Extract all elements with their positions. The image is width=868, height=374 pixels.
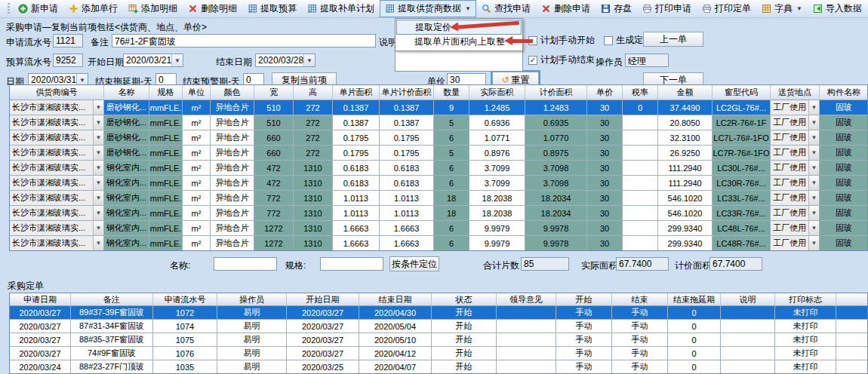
- toolbar-button-print-order[interactable]: 打印定单: [697, 0, 756, 17]
- cell[interactable]: m²: [183, 206, 211, 221]
- cell[interactable]: 易明: [217, 320, 287, 333]
- cell[interactable]: 开始: [432, 333, 497, 347]
- locate-name-input[interactable]: [214, 257, 277, 271]
- chevron-down-icon[interactable]: ▼: [303, 54, 315, 66]
- cell[interactable]: 0.6935: [525, 115, 587, 130]
- cell[interactable]: 固玻: [820, 146, 868, 161]
- cell[interactable]: 299.9340: [658, 236, 713, 251]
- cell[interactable]: [497, 333, 556, 347]
- cell[interactable]: 异地合片: [211, 115, 254, 130]
- cell[interactable]: 89#37-39F窗固玻: [71, 306, 153, 320]
- cell[interactable]: 2020/03/27: [10, 333, 71, 347]
- cell[interactable]: 6: [434, 176, 469, 191]
- cell[interactable]: 660: [254, 130, 294, 146]
- cell[interactable]: 2020/03/27: [10, 347, 71, 360]
- cell[interactable]: 30: [587, 176, 623, 191]
- cell[interactable]: 0: [668, 360, 721, 374]
- chevron-down-icon[interactable]: ▼: [808, 130, 819, 145]
- chevron-down-icon[interactable]: ▼: [93, 130, 103, 145]
- detail-row[interactable]: 长沙市潇湘玻璃实...▼钢化室内...6mmFLE...m²异地合片472131…: [10, 176, 867, 191]
- cell[interactable]: LC30R-76#...: [713, 176, 771, 191]
- cell[interactable]: 手动: [556, 347, 612, 360]
- cell[interactable]: 钢化室内...: [104, 161, 149, 176]
- toolbar-button-print-request[interactable]: 打印申请: [637, 0, 697, 17]
- cell[interactable]: 2020/04/30: [359, 306, 432, 320]
- cell[interactable]: 2020/04/07: [359, 360, 432, 374]
- cell[interactable]: 6mmFLE...: [149, 191, 183, 206]
- cell[interactable]: 手动: [556, 360, 612, 374]
- detail-row[interactable]: 长沙市潇湘玻璃实...▼磨砂钢化...6mmFLE...m²异地合片660272…: [10, 130, 867, 146]
- cell[interactable]: 6mmFLE...: [149, 146, 183, 161]
- cell-dropdown[interactable]: 长沙市潇湘玻璃实...▼: [10, 130, 104, 146]
- cell[interactable]: 3.7098: [525, 176, 587, 191]
- cell[interactable]: 6mmFLE...: [149, 130, 183, 146]
- chevron-down-icon[interactable]: ▼: [93, 206, 103, 220]
- cell[interactable]: 1035: [153, 360, 217, 374]
- cell[interactable]: 异地合片: [211, 161, 254, 176]
- cell[interactable]: 18.2034: [525, 191, 587, 206]
- order-row[interactable]: 2020/03/2788#35-37F窗固玻1075易明2020/03/2720…: [10, 333, 867, 347]
- cell[interactable]: [497, 347, 556, 360]
- cell[interactable]: LC7R-76#-1FO: [713, 146, 771, 161]
- cell[interactable]: 772: [254, 191, 294, 206]
- detail-row[interactable]: 长沙市潇湘玻璃实...▼钢化室内...6mmFLE...m²异地合片772131…: [10, 206, 867, 221]
- cell[interactable]: 开始: [432, 306, 497, 320]
- detail-row[interactable]: 长沙市潇湘玻璃实...▼磨砂钢化...6mmFLE...m²异地合片510272…: [10, 100, 867, 115]
- operator-field[interactable]: 经理: [625, 54, 669, 67]
- cell[interactable]: [721, 306, 775, 320]
- cell[interactable]: 1.0113: [380, 206, 434, 221]
- cell[interactable]: 32.3100: [658, 130, 713, 146]
- chevron-down-icon[interactable]: ▼: [93, 146, 103, 160]
- cell[interactable]: 1074: [153, 320, 217, 333]
- cell[interactable]: 0: [668, 306, 721, 320]
- checkbox-checked-icon[interactable]: ✓: [528, 56, 537, 65]
- chevron-down-icon[interactable]: ▼: [808, 115, 819, 130]
- cell[interactable]: 0.6183: [380, 161, 434, 176]
- cell[interactable]: 1.0771: [469, 130, 525, 146]
- detail-row[interactable]: 长沙市潇湘玻璃实...▼钢化室内...6mmFLE...m²异地合片127213…: [10, 221, 867, 236]
- cell[interactable]: 2020/03/27: [287, 320, 359, 333]
- cell[interactable]: 手动: [612, 347, 668, 360]
- cell[interactable]: 6mmFLE...: [149, 115, 183, 130]
- toolbar-button-delete-request[interactable]: 删除申请: [536, 0, 596, 17]
- menu-item-round-up-piece-area[interactable]: 提取单片面积向上取整: [396, 35, 522, 50]
- cell[interactable]: 固玻: [820, 191, 868, 206]
- cell[interactable]: 1.0113: [380, 191, 434, 206]
- cell[interactable]: 9.9979: [469, 236, 525, 251]
- cell[interactable]: 未打印: [775, 360, 836, 374]
- chevron-down-icon[interactable]: ▼: [808, 161, 819, 175]
- cell[interactable]: 磨砂钢化...: [104, 130, 149, 146]
- cell[interactable]: 钢化室内...: [104, 221, 149, 236]
- cell[interactable]: 472: [254, 161, 294, 176]
- cell[interactable]: 88#23-27F门顶玻: [71, 360, 153, 374]
- order-row[interactable]: 2020/03/2774#9F窗固玻1076易明2020/03/272020/0…: [10, 347, 867, 360]
- cell[interactable]: 30: [587, 236, 623, 251]
- cell[interactable]: 9.9978: [525, 221, 587, 236]
- cell[interactable]: 固玻: [820, 115, 868, 130]
- cell[interactable]: 固玻: [820, 236, 868, 251]
- apply-no-field[interactable]: 1121: [53, 34, 83, 48]
- cell[interactable]: 18.2034: [525, 206, 587, 221]
- cell[interactable]: [721, 360, 775, 374]
- cell[interactable]: 6: [434, 161, 469, 176]
- cell[interactable]: 6mmFLE...: [149, 236, 183, 251]
- cell[interactable]: 1072: [153, 306, 217, 320]
- cell[interactable]: 固玻: [820, 161, 868, 176]
- cell[interactable]: 固玻: [820, 100, 868, 115]
- cell[interactable]: 1076: [153, 347, 217, 360]
- cell[interactable]: LC2GL-76#...: [713, 100, 771, 115]
- cell[interactable]: LC33L-76#...: [713, 191, 771, 206]
- cell[interactable]: 1310: [294, 221, 333, 236]
- chevron-down-icon[interactable]: ▼: [808, 191, 819, 205]
- chevron-down-icon[interactable]: ▼: [808, 146, 819, 160]
- cell[interactable]: 30: [587, 191, 623, 206]
- toolbar-button-add-row[interactable]: 添加单行: [63, 0, 123, 17]
- cell[interactable]: 3.7099: [469, 176, 525, 191]
- cell[interactable]: 546.1020: [658, 206, 713, 221]
- cell[interactable]: 1310: [294, 176, 333, 191]
- cell[interactable]: 0.1795: [333, 130, 380, 146]
- cell[interactable]: 0.6183: [380, 176, 434, 191]
- cell[interactable]: 0.1387: [380, 115, 434, 130]
- cell[interactable]: 易明: [217, 347, 287, 360]
- cell[interactable]: 30: [587, 130, 623, 146]
